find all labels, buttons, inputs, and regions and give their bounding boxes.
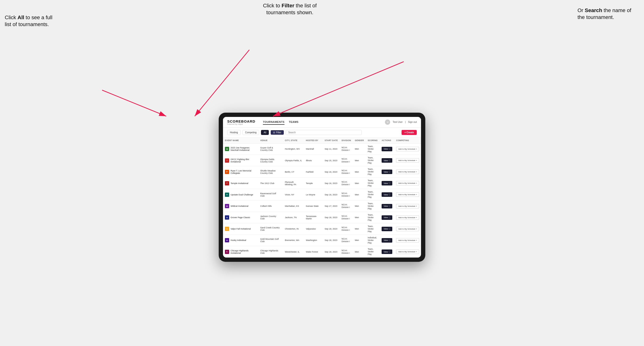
view-button-9[interactable]: View ⓘ [382,249,392,254]
add-schedule-button-0[interactable]: Add to My Schedule + [396,147,419,151]
cell-city-state-3: Plymouth Meeting, PA [283,178,304,189]
logo-area: SCOREBOARD Powered by clippd [227,119,255,125]
cell-city-state-9: Westchester, IL [283,246,304,258]
table-container: EVENT NAME VENUE CITY, STATE HOSTED BY S… [223,138,421,258]
cell-event-name-1: I OFCC Fighting Illini Invitational [223,155,258,166]
cell-actions-8: View ⓘ [380,235,394,246]
cell-actions-3: View ⓘ [380,178,394,189]
create-button[interactable]: + Create [402,130,417,135]
event-name-text-9: Chicago Highlands Invitational [230,249,256,254]
nav-tab-teams[interactable]: TEAMS [289,120,298,125]
view-button-3[interactable]: View ⓘ [382,181,392,185]
cell-competing-4: Add to My Schedule + [394,189,421,200]
tab-hosting[interactable]: Hosting [227,130,240,135]
cell-scoring-0: Team,Stroke Play [366,143,380,155]
event-name-text-6: Grover Page Classic [230,216,250,219]
cell-event-name-6: G Grover Page Classic [223,212,258,223]
add-schedule-button-7[interactable]: Add to My Schedule + [396,227,419,231]
view-button-8[interactable]: View ⓘ [382,238,392,243]
filter-button[interactable]: ⊟ Filter [271,130,284,135]
event-name-text-8: Husky Individual [230,239,246,241]
cell-start-date-1: Sep 15, 2023 [323,155,340,166]
cell-gender-3: Men [353,178,366,189]
tab-all[interactable]: All [261,130,269,135]
cell-venue-9: Chicago Highlands Club [258,246,283,258]
cell-hosted-by-0: Marshall [304,143,323,155]
cell-event-name-9: C Chicago Highlands Invitational [223,246,258,258]
team-logo-9: C [225,250,229,254]
add-schedule-button-4[interactable]: Add to My Schedule + [396,192,419,197]
cell-gender-9: Men [353,246,366,258]
info-icon-6: ⓘ [388,216,390,219]
col-hosted-by: HOSTED BY [304,138,323,144]
col-division: DIVISION [340,138,353,144]
col-event-name: EVENT NAME [223,138,258,144]
cell-gender-4: Men [353,189,366,200]
cell-hosted-by-4: Le Moyne [304,189,323,200]
view-button-7[interactable]: View ⓘ [382,227,392,231]
nav-tabs: TOURNAMENTS TEAMS [263,120,379,125]
team-logo-5: W [225,204,229,208]
table-row: F Ryan T. Lee Memorial Collegiate Shuttl… [223,166,421,178]
annotation-filter: Click to Filter the list oftournaments s… [245,2,335,16]
annotation-search: Or Search the name of the tournament. [578,7,639,21]
add-schedule-button-1[interactable]: Add to My Schedule + [396,158,419,163]
cell-city-state-5: Manhattan, KS [283,200,304,212]
view-button-4[interactable]: View ⓘ [382,192,392,197]
cell-city-state-7: Chesterton, IN [283,223,304,235]
cell-start-date-3: Sep 16, 2023 [323,178,340,189]
event-name-text-2: Ryan T. Lee Memorial Collegiate [230,170,256,174]
table-row: C Chicago Highlands Invitational Chicago… [223,246,421,258]
view-button-6[interactable]: View ⓘ [382,215,392,220]
cell-event-name-8: H Husky Individual [223,235,258,246]
event-name-text-1: OFCC Fighting Illini Invitational [230,158,256,163]
add-schedule-button-6[interactable]: Add to My Schedule + [396,215,419,220]
table-row: U Upstate Dual Challenge Ravenwood Golf … [223,189,421,200]
team-logo-3: T [225,181,229,185]
cell-competing-5: Add to My Schedule + [394,200,421,212]
nav-tab-tournaments[interactable]: TOURNAMENTS [263,120,284,125]
event-name-text-7: Valpo Fall Invitational [230,228,251,230]
add-schedule-button-5[interactable]: Add to My Schedule + [396,204,419,208]
cell-hosted-by-2: Fairfield [304,166,323,178]
cell-division-2: NCAADivision I [340,166,353,178]
view-button-2[interactable]: View ⓘ [382,170,392,174]
sign-out-link[interactable]: Sign out [408,121,417,123]
cell-scoring-7: Team,Stroke Play [366,223,380,235]
cell-scoring-9: Team,Stroke Play [366,246,380,258]
cell-division-1: NCAADivision I [340,155,353,166]
cell-venue-6: Jackson Country Club [258,212,283,223]
cell-start-date-5: Sep 17, 2023 [323,200,340,212]
view-button-0[interactable]: View ⓘ [382,147,392,151]
cell-competing-7: Add to My Schedule + [394,223,421,235]
col-city-state: CITY, STATE [283,138,304,144]
search-input[interactable] [286,130,362,135]
cell-actions-4: View ⓘ [380,189,394,200]
cell-start-date-6: Sep 18, 2023 [323,212,340,223]
cell-division-5: NCAADivision I [340,200,353,212]
cell-venue-8: Gold Mountain Golf Club [258,235,283,246]
cell-start-date-7: Sep 18, 2023 [323,223,340,235]
info-icon-1: ⓘ [388,159,390,162]
table-row: T Temple Invitational The 1912 Club Plym… [223,178,421,189]
cell-event-name-3: T Temple Invitational [223,178,258,189]
add-schedule-button-3[interactable]: Add to My Schedule + [396,181,419,185]
add-schedule-button-8[interactable]: Add to My Schedule + [396,238,419,243]
team-logo-6: G [225,215,229,220]
view-button-1[interactable]: View ⓘ [382,158,392,163]
tab-competing[interactable]: Competing [242,130,259,135]
toolbar: Hosting Competing All ⊟ Filter + Create [223,128,421,138]
tablet-screen: SCOREBOARD Powered by clippd TOURNAMENTS… [223,117,421,258]
team-logo-4: U [225,192,229,197]
cell-event-name-7: V Valpo Fall Invitational [223,223,258,235]
add-schedule-button-9[interactable]: Add to My Schedule + [396,249,419,254]
view-button-5[interactable]: View ⓘ [382,204,392,208]
cell-city-state-1: Olympia Fields, IL [283,155,304,166]
team-logo-2: F [225,170,229,174]
cell-start-date-0: Sep 11, 2023 [323,143,340,155]
add-schedule-button-2[interactable]: Add to My Schedule + [396,170,419,174]
info-icon-7: ⓘ [388,228,390,230]
info-icon-5: ⓘ [388,205,390,207]
col-actions: ACTIONS [380,138,394,144]
cell-actions-1: View ⓘ [380,155,394,166]
